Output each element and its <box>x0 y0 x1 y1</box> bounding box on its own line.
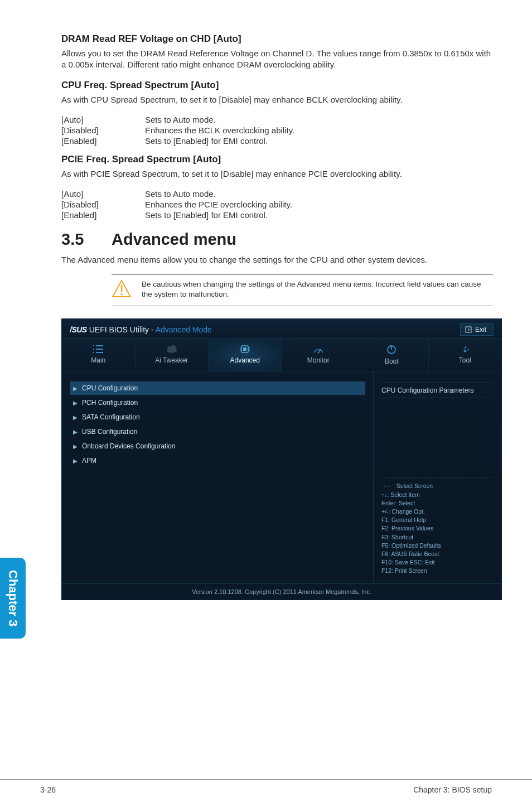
options-cpu-spread: [Auto]Sets to Auto mode. [Disabled]Enhan… <box>61 114 294 146</box>
tab-monitor[interactable]: Monitor <box>282 339 356 371</box>
bios-right-pane: CPU Configuration Parameters →←: Select … <box>373 371 501 583</box>
opt-val: Sets to Auto mode. <box>145 189 292 199</box>
chevron-right-icon: ▶ <box>73 458 79 464</box>
chevron-right-icon: ▶ <box>73 443 79 450</box>
chip-icon <box>239 344 251 354</box>
help-key-line: F3: Shortcut <box>381 533 494 542</box>
opt-key: [Auto] <box>61 114 145 125</box>
chapter-side-tab: Chapter 3 <box>0 558 26 639</box>
tab-ai-tweaker[interactable]: Ai Tweaker <box>136 339 209 371</box>
help-key-line: Enter: Select <box>381 499 494 508</box>
menu-item-onboard-devices[interactable]: ▶Onboard Devices Configuration <box>70 439 365 453</box>
heading-dram: DRAM Read REF Voltage on CHD [Auto] <box>61 33 493 45</box>
exit-label: Exit <box>475 326 486 334</box>
options-pcie-spread: [Auto]Sets to Auto mode. [Disabled]Enhan… <box>61 189 292 220</box>
bios-title-text: UEFI BIOS Utility - <box>89 325 156 334</box>
help-key-line: F1: General Help <box>381 516 494 524</box>
tab-boot[interactable]: Boot <box>355 339 429 371</box>
opt-val: Sets to [Enabled] for EMI control. <box>145 210 292 220</box>
menu-item-label: PCH Configuration <box>82 399 138 407</box>
menu-item-label: Onboard Devices Configuration <box>82 442 175 450</box>
menu-item-pch-configuration[interactable]: ▶PCH Configuration <box>70 396 365 409</box>
body-dram: Allows you to set the DRAM Read Referenc… <box>61 48 493 71</box>
bios-footer: Version 2.10.1208. Copyright (C) 2011 Am… <box>62 583 501 600</box>
menu-item-label: CPU Configuration <box>82 384 138 392</box>
opt-val: Enhances the BCLK overclocking ability. <box>145 125 294 136</box>
opt-val: Sets to Auto mode. <box>145 114 294 125</box>
tab-label: Boot <box>385 357 399 365</box>
page-footer: 3-26 Chapter 3: BIOS setup <box>0 779 532 794</box>
svg-point-12 <box>171 345 176 351</box>
cloud-icon <box>165 344 178 354</box>
section-number: 3.5 <box>61 230 112 249</box>
help-title: CPU Configuration Parameters <box>381 383 494 398</box>
caution-note: Be cautious when changing the settings o… <box>112 274 493 306</box>
chevron-right-icon: ▶ <box>73 400 79 406</box>
body-cpu-spread: As with CPU Spread Spectrum, to set it t… <box>61 94 493 105</box>
tab-label: Monitor <box>307 356 330 364</box>
help-key-line: F6: ASUS Ratio Boost <box>381 550 494 558</box>
list-icon <box>92 344 104 354</box>
heading-cpu-spread: CPU Freq. Spread Spectrum [Auto] <box>61 80 493 91</box>
menu-item-label: USB Configuration <box>82 428 137 436</box>
opt-key: [Enabled] <box>61 210 145 220</box>
chevron-right-icon: ▶ <box>73 429 79 435</box>
bios-tabs: Main Ai Tweaker Advanced Monitor Boot To… <box>62 338 501 371</box>
chevron-right-icon: ▶ <box>73 414 79 421</box>
chevron-right-icon: ▶ <box>73 385 79 392</box>
menu-item-sata-configuration[interactable]: ▶SATA Configuration <box>70 410 365 424</box>
body-advanced: The Advanced menu items allow you to cha… <box>61 254 493 265</box>
exit-icon <box>465 326 472 333</box>
bios-window: /SUSUEFI BIOS Utility - Advanced Mode Ex… <box>61 318 502 600</box>
tab-main[interactable]: Main <box>62 339 136 371</box>
opt-key: [Enabled] <box>61 136 145 146</box>
tab-label: Ai Tweaker <box>155 356 188 364</box>
bios-mode: Advanced Mode <box>156 325 212 334</box>
bios-brand: /SUS <box>70 325 87 334</box>
opt-val: Enhances the PCIE overclocking ability. <box>145 199 292 210</box>
help-key-line: F10: Save ESC: Exit <box>381 558 494 567</box>
help-key-line: F12: Print Screen <box>381 567 494 575</box>
heading-pcie-spread: PCIE Freq. Spread Spectrum [Auto] <box>61 154 493 165</box>
chapter-label: Chapter 3: BIOS setup <box>413 785 492 794</box>
menu-item-cpu-configuration[interactable]: ▶CPU Configuration <box>70 381 365 395</box>
menu-item-label: SATA Configuration <box>82 413 140 421</box>
svg-point-2 <box>120 293 123 296</box>
section-heading: 3.5Advanced menu <box>61 230 493 249</box>
menu-item-apm[interactable]: ▶APM <box>70 454 365 467</box>
menu-item-label: APM <box>82 457 96 465</box>
help-key-line: +/-: Change Opt. <box>381 508 494 516</box>
opt-key: [Disabled] <box>61 199 145 210</box>
menu-item-usb-configuration[interactable]: ▶USB Configuration <box>70 425 365 438</box>
help-key-line: F5: Optimized Defaults <box>381 542 494 550</box>
tab-label: Main <box>91 356 105 364</box>
tab-advanced[interactable]: Advanced <box>209 339 282 371</box>
opt-key: [Disabled] <box>61 125 145 136</box>
opt-val: Sets to [Enabled] for EMI control. <box>145 136 294 146</box>
svg-point-22 <box>317 351 319 353</box>
exit-button[interactable]: Exit <box>460 323 494 336</box>
help-key-line: →←: Select Screen <box>381 482 494 490</box>
gauge-icon <box>312 344 325 354</box>
bios-title: /SUSUEFI BIOS Utility - Advanced Mode <box>70 325 212 334</box>
help-keys: →←: Select Screen ↑↓: Select Item Enter:… <box>381 477 494 575</box>
wrench-icon <box>459 344 471 354</box>
caution-icon <box>112 279 132 298</box>
body-pcie-spread: As with PCIE Spread Spectrum, to set it … <box>61 168 493 180</box>
power-icon <box>386 344 397 355</box>
help-key-line: F2: Previous Values <box>381 524 494 533</box>
svg-rect-3 <box>466 327 471 332</box>
section-title: Advanced menu <box>112 230 236 248</box>
opt-key: [Auto] <box>61 189 145 199</box>
tab-label: Tool <box>459 356 471 364</box>
tab-tool[interactable]: Tool <box>429 339 502 371</box>
help-key-line: ↑↓: Select Item <box>381 491 494 499</box>
tab-label: Advanced <box>230 356 260 364</box>
bios-left-pane: ▶CPU Configuration ▶PCH Configuration ▶S… <box>62 371 373 583</box>
page-number: 3-26 <box>40 785 56 794</box>
svg-rect-14 <box>243 347 246 351</box>
caution-text: Be cautious when changing the settings o… <box>142 279 493 299</box>
